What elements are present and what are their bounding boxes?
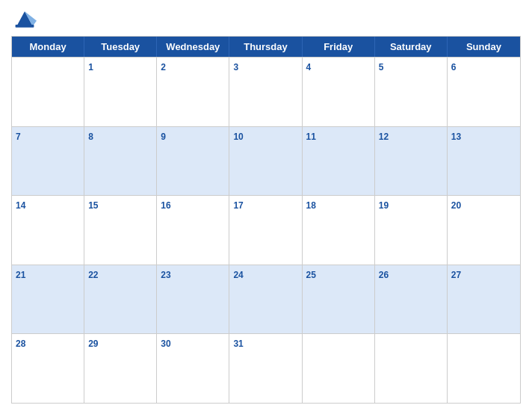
day-number: 14	[16, 200, 25, 211]
day-number: 6	[451, 62, 457, 72]
day-number: 18	[306, 200, 316, 211]
cal-cell: 25	[303, 265, 375, 334]
cal-week-4: 28293031	[12, 333, 520, 403]
cal-cell	[303, 334, 375, 403]
cal-cell: 20	[448, 196, 520, 265]
day-number: 17	[233, 200, 243, 211]
cal-cell: 15	[84, 196, 157, 265]
cal-header-cell-tuesday: Tuesday	[84, 37, 157, 57]
cal-cell: 26	[375, 265, 448, 334]
cal-cell: 21	[12, 265, 84, 334]
day-number: 13	[451, 132, 461, 142]
day-number: 20	[451, 200, 461, 211]
cal-header-cell-sunday: Sunday	[448, 37, 520, 57]
cal-header-cell-thursday: Thursday	[229, 37, 302, 57]
cal-cell: 5	[375, 58, 448, 126]
cal-cell: 27	[448, 265, 520, 334]
day-number: 19	[379, 200, 389, 211]
calendar-grid: MondayTuesdayWednesdayThursdayFridaySatu…	[11, 36, 521, 404]
day-number: 15	[88, 200, 98, 211]
calendar-body: 1234567891011121314151617181920212223242…	[12, 57, 520, 403]
cal-cell: 29	[84, 334, 157, 403]
day-number: 24	[233, 270, 243, 280]
cal-cell: 11	[303, 127, 375, 196]
day-number: 1	[88, 62, 93, 72]
day-number: 8	[88, 132, 93, 142]
day-number: 28	[16, 339, 25, 349]
cal-cell: 13	[448, 127, 520, 196]
calendar-header-row: MondayTuesdayWednesdayThursdayFridaySatu…	[12, 37, 520, 57]
day-number: 7	[16, 132, 21, 142]
cal-cell: 9	[157, 127, 229, 196]
cal-cell	[448, 334, 520, 403]
day-number: 25	[306, 270, 316, 280]
cal-cell: 30	[157, 334, 229, 403]
cal-header-cell-friday: Friday	[303, 37, 375, 57]
day-number: 27	[451, 270, 461, 280]
logo	[13, 7, 40, 31]
logo-icon	[13, 7, 37, 31]
cal-cell: 24	[229, 265, 302, 334]
cal-cell: 10	[229, 127, 302, 196]
day-number: 9	[161, 132, 166, 142]
cal-week-1: 78910111213	[12, 126, 520, 196]
cal-cell: 3	[229, 58, 302, 126]
day-number: 16	[161, 200, 170, 211]
cal-header-cell-saturday: Saturday	[375, 37, 448, 57]
cal-cell	[12, 58, 84, 126]
day-number: 12	[379, 132, 389, 142]
day-number: 26	[379, 270, 389, 280]
day-number: 31	[233, 339, 243, 349]
cal-cell: 8	[84, 127, 157, 196]
cal-cell: 2	[157, 58, 229, 126]
day-number: 11	[306, 132, 316, 142]
day-number: 5	[379, 62, 384, 72]
cal-week-0: 123456	[12, 57, 520, 126]
cal-cell: 18	[303, 196, 375, 265]
day-number: 23	[161, 270, 170, 280]
cal-cell: 19	[375, 196, 448, 265]
calendar-page: MondayTuesdayWednesdayThursdayFridaySatu…	[0, 0, 532, 411]
cal-cell: 1	[84, 58, 157, 126]
cal-cell: 28	[12, 334, 84, 403]
page-header	[11, 7, 521, 31]
cal-week-3: 21222324252627	[12, 265, 520, 334]
cal-cell: 22	[84, 265, 157, 334]
cal-cell: 16	[157, 196, 229, 265]
cal-cell: 6	[448, 58, 520, 126]
cal-cell: 7	[12, 127, 84, 196]
cal-cell: 4	[303, 58, 375, 126]
day-number: 3	[233, 62, 238, 72]
day-number: 2	[161, 62, 166, 72]
cal-week-2: 14151617181920	[12, 195, 520, 265]
cal-header-cell-wednesday: Wednesday	[157, 37, 229, 57]
day-number: 22	[88, 270, 98, 280]
cal-cell: 14	[12, 196, 84, 265]
cal-header-cell-monday: Monday	[12, 37, 84, 57]
day-number: 21	[16, 270, 25, 280]
day-number: 30	[161, 339, 170, 349]
cal-cell	[375, 334, 448, 403]
day-number: 4	[306, 62, 312, 72]
cal-cell: 23	[157, 265, 229, 334]
cal-cell: 12	[375, 127, 448, 196]
svg-rect-2	[16, 25, 34, 28]
day-number: 10	[233, 132, 243, 142]
cal-cell: 17	[229, 196, 302, 265]
cal-cell: 31	[229, 334, 302, 403]
day-number: 29	[88, 339, 98, 349]
